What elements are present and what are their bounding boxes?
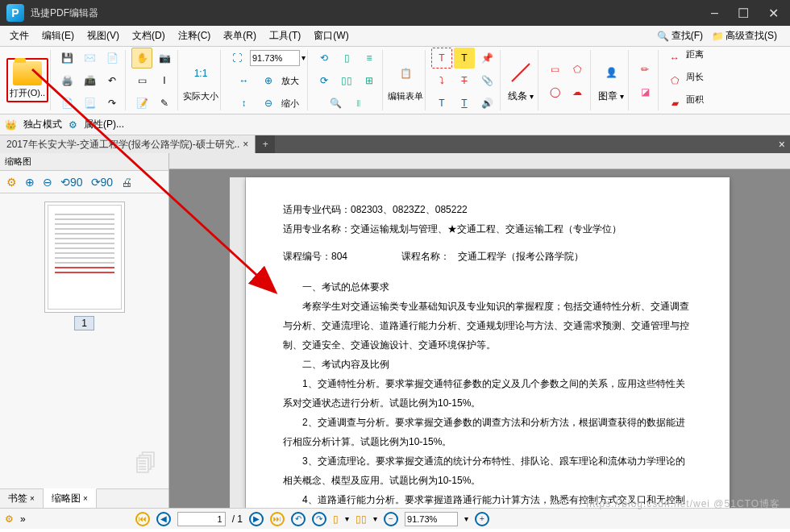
typewriter-icon[interactable]: T — [431, 93, 452, 114]
fit-width-icon[interactable]: ↔ — [234, 70, 255, 91]
side-tab-thumbnails[interactable]: 缩略图 × — [44, 488, 97, 508]
callout-icon[interactable]: ⤵ — [431, 70, 452, 91]
maximize-button[interactable]: ☐ — [738, 6, 749, 21]
distance-icon[interactable]: ↔ — [664, 48, 685, 69]
layout-list-icon[interactable]: ≡ — [359, 48, 380, 69]
export-icon[interactable]: 📄 — [102, 48, 123, 69]
sb-options-icon[interactable]: ⚙ — [5, 513, 14, 525]
menu-window[interactable]: 窗口(W) — [309, 27, 353, 44]
edit-table-icon[interactable]: 📋 — [391, 59, 420, 88]
first-page-button[interactable]: ⏮ — [135, 512, 150, 526]
menu-edit[interactable]: 编辑(E) — [37, 27, 79, 44]
page-number-input[interactable] — [177, 512, 226, 526]
eraser-icon[interactable]: ◪ — [634, 81, 655, 102]
attach-icon[interactable]: 📎 — [476, 70, 497, 91]
side-print-icon[interactable]: 🖨 — [121, 176, 132, 189]
close-all-tabs-icon[interactable]: × — [779, 138, 785, 151]
oval-icon[interactable]: ◯ — [544, 81, 565, 102]
mail-icon[interactable]: ✉️ — [79, 48, 100, 69]
exclusive-mode-toggle[interactable]: 独占模式 — [23, 118, 62, 131]
next-page-button[interactable]: ▶ — [249, 512, 264, 526]
sb-zoom-out-icon[interactable]: − — [384, 512, 398, 526]
last-page-button[interactable]: ⏭ — [270, 512, 285, 526]
open-button[interactable]: 打开(O).. — [6, 58, 48, 102]
find-button[interactable]: 🔍 查找(F) — [654, 27, 706, 44]
text-box-icon[interactable]: T — [431, 48, 452, 69]
strike-icon[interactable]: T — [454, 70, 475, 91]
advanced-find-button[interactable]: 📁 高级查找(S) — [708, 27, 780, 44]
side-zoomout-icon[interactable]: ⊖ — [43, 176, 52, 189]
polygon-icon[interactable]: ⬠ — [567, 59, 588, 80]
area-icon[interactable]: ▰ — [664, 93, 685, 114]
properties-button[interactable]: 属性(P)... — [84, 118, 124, 131]
rotate-right-icon[interactable]: ⟳ — [314, 70, 335, 91]
menu-tool[interactable]: 工具(T) — [264, 27, 306, 44]
note-icon[interactable]: 📌 — [476, 48, 497, 69]
stamp-dropdown-icon[interactable]: ▾ — [620, 92, 624, 101]
sb-menu-icon[interactable]: » — [20, 513, 26, 525]
page-thumbnail[interactable] — [44, 202, 125, 313]
zoom-in-icon[interactable]: ⊕ — [258, 70, 279, 91]
minimize-button[interactable]: – — [711, 6, 718, 21]
highlight-icon[interactable]: T — [454, 48, 475, 69]
layout-facing-icon[interactable]: ▯▯ — [336, 70, 357, 91]
select-tool-icon[interactable]: ▭ — [131, 70, 152, 91]
perimeter-icon[interactable]: ⬠ — [664, 70, 685, 91]
scan-icon[interactable]: 📠 — [79, 70, 100, 91]
page-viewport[interactable]: 适用专业代码：082303、0823Z2、085222 适用专业名称：交通运输规… — [169, 169, 790, 508]
nav-back-button[interactable]: ↶ — [291, 512, 306, 526]
sb-zoom-input[interactable] — [405, 512, 458, 526]
menu-view[interactable]: 视图(V) — [82, 27, 124, 44]
document-page[interactable]: 适用专业代码：082303、0823Z2、085222 适用专业名称：交通运输规… — [246, 177, 730, 508]
new-tab-button[interactable]: + — [256, 135, 275, 153]
snapshot-icon[interactable]: 📷 — [154, 48, 175, 69]
new-doc-icon[interactable]: 📄 — [56, 93, 77, 114]
layout-single-icon[interactable]: ▯ — [336, 48, 357, 69]
text-select-icon[interactable]: I — [154, 70, 175, 91]
zoom-dropdown-icon[interactable]: ▾ — [301, 53, 306, 62]
sound-icon[interactable]: 🔊 — [476, 93, 497, 114]
side-zoomin-icon[interactable]: ⊕ — [25, 176, 35, 189]
save-icon[interactable]: 💾 — [56, 48, 77, 69]
close-tab-icon[interactable]: × — [243, 139, 248, 150]
menu-document[interactable]: 文档(D) — [127, 27, 170, 44]
cloud-icon[interactable]: ☁ — [567, 81, 588, 102]
layout-cont-icon[interactable]: ⫴ — [347, 93, 368, 114]
actual-size-icon[interactable]: 1:1 — [186, 59, 215, 88]
menu-table[interactable]: 表单(R) — [218, 27, 261, 44]
line-tool-icon[interactable] — [506, 58, 535, 87]
gear-icon[interactable]: ⚙ — [69, 119, 77, 131]
underline-icon[interactable]: T — [454, 93, 475, 114]
rotate-left-icon[interactable]: ⟲ — [314, 48, 335, 69]
close-button[interactable]: ✕ — [768, 6, 779, 21]
side-rotate-left-icon[interactable]: ⟲90 — [60, 176, 83, 189]
edit-object-icon[interactable]: ✎ — [154, 93, 175, 114]
loupe-icon[interactable]: 🔍 — [325, 93, 346, 114]
menu-annotate[interactable]: 注释(C) — [173, 27, 216, 44]
rect-icon[interactable]: ▭ — [544, 59, 565, 80]
zoom-out-icon[interactable]: ⊖ — [258, 93, 279, 114]
side-rotate-right-icon[interactable]: ⟳90 — [91, 176, 114, 189]
nav-fwd-button[interactable]: ↷ — [312, 512, 326, 526]
sb-layout-facing-icon[interactable]: ▯▯ — [356, 513, 367, 525]
sb-layout-single-icon[interactable]: ▯ — [333, 513, 339, 525]
side-options-icon[interactable]: ⚙ — [6, 176, 17, 189]
edit-text-icon[interactable]: 📝 — [131, 93, 152, 114]
redo-icon[interactable]: ↷ — [102, 93, 123, 114]
stamp-icon[interactable]: 👤 — [597, 58, 626, 87]
zoom-input[interactable] — [250, 50, 300, 66]
document-tab[interactable]: 2017年长安大学-交通工程学(报考公路学院)-硕士研究.. × — [0, 135, 256, 153]
print-icon[interactable]: 🖨️ — [56, 70, 77, 91]
hand-tool-icon[interactable]: ✋ — [131, 48, 152, 69]
pencil-icon[interactable]: ✏ — [634, 59, 655, 80]
layout-grid-icon[interactable]: ⊞ — [359, 70, 380, 91]
fit-page-icon[interactable]: ⛶ — [227, 48, 247, 69]
new-page-icon[interactable]: 📃 — [79, 93, 100, 114]
menu-file[interactable]: 文件 — [5, 27, 34, 44]
prev-page-button[interactable]: ◀ — [156, 512, 171, 526]
sb-zoom-in-icon[interactable]: + — [475, 512, 489, 526]
fit-height-icon[interactable]: ↕ — [234, 93, 255, 114]
side-tab-bookmarks[interactable]: 书签 × — [0, 489, 44, 508]
undo-icon[interactable]: ↶ — [102, 70, 123, 91]
lines-dropdown-icon[interactable]: ▾ — [530, 92, 534, 101]
